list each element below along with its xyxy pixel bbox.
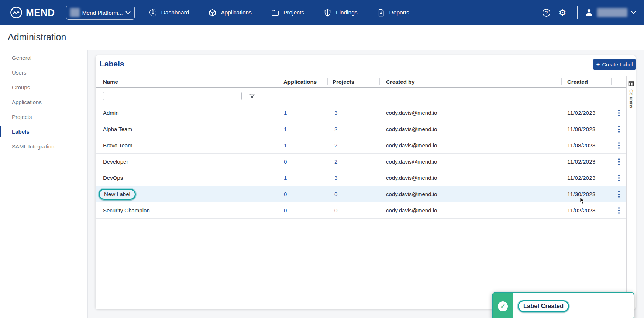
toast-notification[interactable]: ✓ Label Created bbox=[492, 292, 634, 318]
projects-count-link[interactable]: 2 bbox=[334, 158, 337, 165]
nav-label: Applications bbox=[221, 9, 252, 16]
nav-item-applications[interactable]: Applications bbox=[208, 8, 252, 17]
column-header-created[interactable]: Created bbox=[561, 76, 611, 87]
column-header-created-by[interactable]: Created by bbox=[379, 76, 561, 87]
label-name-cell: Bravo Team bbox=[96, 142, 277, 148]
table-row[interactable]: Admin 1 3 cody.davis@mend.io 11/02/2023 bbox=[96, 105, 626, 121]
created-by-cell: cody.davis@mend.io bbox=[379, 158, 561, 165]
row-actions-kebab-icon[interactable] bbox=[611, 175, 626, 181]
nav-item-findings[interactable]: Findings bbox=[323, 8, 358, 17]
page-title: Administration bbox=[8, 32, 66, 42]
created-date-cell: 11/08/2023 bbox=[561, 126, 611, 133]
org-selector-label: Mend Platform... bbox=[82, 10, 123, 16]
folder-icon bbox=[271, 8, 279, 17]
table-row[interactable]: Developer 0 2 cody.davis@mend.io 11/02/2… bbox=[96, 154, 626, 170]
applications-count-link[interactable]: 1 bbox=[284, 110, 287, 116]
redacted-org-name bbox=[70, 8, 80, 17]
org-selector-dropdown[interactable]: Mend Platform... bbox=[66, 6, 135, 20]
row-actions-kebab-icon[interactable] bbox=[611, 142, 626, 149]
table-header-row: Name Applications Projects Created by Cr… bbox=[96, 76, 626, 88]
row-actions-kebab-icon[interactable] bbox=[611, 126, 626, 133]
label-name-cell: Security Champion bbox=[96, 207, 277, 213]
table-row[interactable]: DevOps 1 3 cody.davis@mend.io 11/02/2023 bbox=[96, 170, 626, 186]
check-circle-icon: ✓ bbox=[498, 301, 508, 311]
projects-count-link[interactable]: 2 bbox=[334, 126, 337, 132]
sidebar-item-labels[interactable]: Labels bbox=[0, 124, 87, 139]
projects-count-link[interactable]: 0 bbox=[334, 191, 337, 197]
applications-count-link[interactable]: 1 bbox=[284, 126, 287, 132]
projects-count-link[interactable]: 2 bbox=[334, 142, 337, 148]
navbar-divider bbox=[577, 6, 578, 19]
projects-count-link[interactable]: 3 bbox=[334, 175, 337, 181]
nav-item-dashboard[interactable]: Dashboard bbox=[149, 8, 189, 17]
row-actions-kebab-icon[interactable] bbox=[611, 191, 626, 198]
mend-logo[interactable]: MEND bbox=[10, 6, 55, 19]
annotation-ring: New Label bbox=[99, 189, 136, 200]
applications-count-cell: 0 bbox=[277, 191, 327, 197]
create-label-button-text: Create Label bbox=[602, 62, 633, 68]
toast-message: Label Created bbox=[518, 300, 569, 312]
projects-count-cell: 0 bbox=[327, 207, 379, 213]
applications-count-cell: 1 bbox=[277, 175, 327, 181]
mend-wave-icon bbox=[10, 6, 23, 19]
column-header-projects[interactable]: Projects bbox=[327, 76, 379, 87]
column-header-name[interactable]: Name bbox=[96, 76, 277, 87]
row-actions-kebab-icon[interactable] bbox=[611, 207, 626, 214]
chevron-down-icon bbox=[631, 11, 636, 14]
help-icon[interactable]: ? bbox=[538, 8, 554, 17]
label-name-cell: Developer bbox=[96, 158, 277, 165]
sidebar-item-users[interactable]: Users bbox=[0, 65, 87, 80]
table-row[interactable]: Alpha Team 1 2 cody.davis@mend.io 11/08/… bbox=[96, 121, 626, 137]
label-name-cell: Admin bbox=[96, 110, 277, 116]
columns-panel-tab[interactable]: Columns bbox=[626, 76, 636, 295]
create-label-button[interactable]: + Create Label bbox=[593, 59, 636, 70]
table-row-highlighted[interactable]: New Label 0 0 cody.davis@mend.io 11/30/2… bbox=[96, 186, 626, 202]
created-by-cell: cody.davis@mend.io bbox=[379, 142, 561, 148]
projects-count-cell: 0 bbox=[327, 191, 379, 197]
applications-count-link[interactable]: 0 bbox=[284, 207, 287, 213]
applications-count-link[interactable]: 0 bbox=[284, 191, 287, 197]
table-row[interactable]: Security Champion 0 0 cody.davis@mend.io… bbox=[96, 202, 626, 219]
labels-title: Labels bbox=[100, 59, 124, 68]
nav-label: Findings bbox=[336, 9, 358, 16]
projects-count-cell: 3 bbox=[327, 110, 379, 116]
sidebar-item-saml-integration[interactable]: SAML Integration bbox=[0, 139, 87, 154]
projects-count-link[interactable]: 3 bbox=[334, 110, 337, 116]
applications-count-link[interactable]: 0 bbox=[284, 158, 287, 165]
user-avatar-icon bbox=[585, 8, 593, 17]
sidebar-item-general[interactable]: General bbox=[0, 50, 87, 65]
sidebar-item-applications[interactable]: Applications bbox=[0, 95, 87, 109]
toast-success-accent: ✓ bbox=[493, 293, 513, 318]
applications-count-link[interactable]: 1 bbox=[284, 142, 287, 148]
applications-count-cell: 1 bbox=[277, 110, 327, 116]
projects-count-link[interactable]: 0 bbox=[334, 207, 337, 213]
filter-funnel-icon[interactable] bbox=[249, 93, 255, 99]
settings-gear-icon[interactable]: ⚙ bbox=[554, 8, 571, 17]
created-by-cell: cody.davis@mend.io bbox=[379, 191, 561, 197]
created-by-cell: cody.davis@mend.io bbox=[379, 110, 561, 116]
created-date-cell: 11/08/2023 bbox=[561, 142, 611, 149]
created-by-cell: cody.davis@mend.io bbox=[379, 126, 561, 132]
projects-count-cell: 2 bbox=[327, 142, 379, 148]
table-row[interactable]: Bravo Team 1 2 cody.davis@mend.io 11/08/… bbox=[96, 137, 626, 154]
user-menu[interactable] bbox=[585, 8, 636, 17]
report-download-icon bbox=[377, 8, 385, 17]
row-actions-kebab-icon[interactable] bbox=[611, 110, 626, 116]
sidebar-item-projects[interactable]: Projects bbox=[0, 109, 87, 124]
nav-item-projects[interactable]: Projects bbox=[271, 8, 304, 17]
column-header-actions bbox=[611, 76, 626, 87]
admin-sidebar: General Users Groups Applications Projec… bbox=[0, 50, 88, 318]
applications-count-link[interactable]: 1 bbox=[284, 175, 287, 181]
label-name-cell: DevOps bbox=[96, 175, 277, 181]
nav-item-reports[interactable]: Reports bbox=[377, 8, 409, 17]
label-name-cell: New Label bbox=[96, 189, 277, 200]
projects-count-cell: 3 bbox=[327, 175, 379, 181]
name-filter-input[interactable] bbox=[103, 92, 242, 100]
sidebar-item-groups[interactable]: Groups bbox=[0, 80, 87, 95]
brand-text: MEND bbox=[26, 7, 55, 18]
projects-count-cell: 2 bbox=[327, 126, 379, 132]
column-header-applications[interactable]: Applications bbox=[277, 76, 327, 87]
row-actions-kebab-icon[interactable] bbox=[611, 158, 626, 165]
projects-count-cell: 2 bbox=[327, 158, 379, 165]
plus-icon: + bbox=[596, 61, 600, 68]
